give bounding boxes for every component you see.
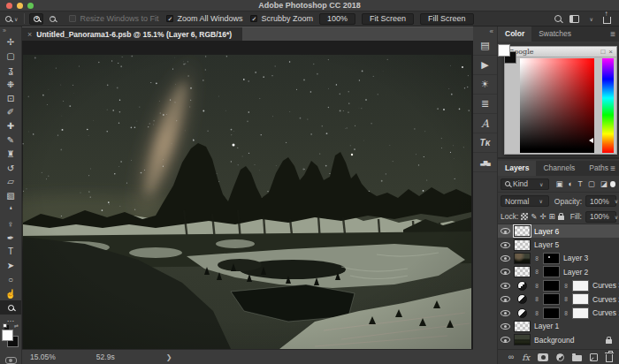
- curves-adjustment-icon[interactable]: [517, 294, 527, 304]
- fill-field[interactable]: 100% ∨: [585, 211, 616, 223]
- tool-preset-chevron-icon[interactable]: ∨: [14, 16, 18, 22]
- lock-position-icon[interactable]: ✢: [539, 212, 546, 221]
- blend-mode-dropdown[interactable]: Normal ∨: [501, 195, 549, 207]
- visibility-eye-icon[interactable]: [501, 269, 510, 275]
- shape-tool[interactable]: ○: [0, 273, 21, 287]
- filter-pixel-layers-icon[interactable]: ▣: [555, 179, 562, 188]
- type-tool[interactable]: T: [0, 245, 21, 259]
- quick-mask-button[interactable]: [5, 357, 17, 364]
- lock-artboard-icon[interactable]: ⊞: [549, 212, 555, 221]
- layer-name[interactable]: Layer 1: [534, 322, 559, 330]
- visibility-eye-icon[interactable]: [501, 323, 510, 330]
- layer-mask-thumbnail[interactable]: [543, 293, 560, 305]
- overlay-maximize-icon[interactable]: □: [600, 48, 605, 56]
- status-chevron-icon[interactable]: ❯: [166, 353, 172, 361]
- layer-thumbnail[interactable]: [514, 253, 531, 264]
- layer-effects-icon[interactable]: fx: [522, 353, 530, 362]
- mask-link-icon[interactable]: ∞: [533, 269, 541, 275]
- layer-mask-thumbnail[interactable]: [543, 253, 560, 264]
- layer-name[interactable]: Curves 2: [592, 295, 619, 304]
- curves-adjustment-icon[interactable]: [517, 281, 527, 291]
- lock-all-icon[interactable]: [558, 216, 564, 220]
- new-group-icon[interactable]: [572, 355, 582, 361]
- new-layer-icon[interactable]: [590, 353, 598, 361]
- visibility-eye-icon[interactable]: [501, 228, 510, 234]
- quick-selection-tool[interactable]: ❉: [0, 77, 21, 91]
- layer-thumbnail[interactable]: [514, 266, 531, 277]
- opacity-field[interactable]: 100% ∨: [585, 195, 616, 207]
- adjustments-panel-icon[interactable]: ☀: [473, 75, 497, 95]
- fit-screen-button[interactable]: Fit Screen: [362, 13, 414, 25]
- overlay-close-icon[interactable]: ×: [608, 48, 613, 56]
- layer-row[interactable]: Background: [498, 333, 619, 346]
- tab-swatches[interactable]: Swatches: [531, 27, 578, 42]
- overlay-window-titlebar[interactable]: Google □ ×: [505, 47, 616, 57]
- layer-name[interactable]: Layer 2: [563, 268, 588, 277]
- checkbox-box[interactable]: ✓: [250, 15, 257, 22]
- curves-adjustment-icon[interactable]: [517, 308, 527, 318]
- libraries-panel-icon[interactable]: ≣: [473, 95, 497, 114]
- collapse-panels-button[interactable]: «: [473, 27, 497, 36]
- second-mask-thumbnail[interactable]: [572, 293, 589, 305]
- mask-link-icon[interactable]: ∞: [562, 283, 570, 288]
- filter-toggle[interactable]: [610, 181, 615, 187]
- filter-adjustment-layers-icon[interactable]: ◐: [568, 179, 572, 188]
- eraser-tool[interactable]: ▱: [0, 175, 21, 189]
- mask-link-icon[interactable]: ∞: [562, 297, 570, 302]
- saturation-brightness-field[interactable]: [520, 58, 594, 153]
- zoom-out-button[interactable]: [45, 13, 59, 25]
- tab-channels[interactable]: Channels: [536, 161, 582, 176]
- visibility-eye-icon[interactable]: [501, 283, 510, 289]
- visibility-eye-icon[interactable]: [501, 242, 510, 248]
- layer-mask-thumbnail[interactable]: [543, 307, 560, 319]
- filter-shape-layers-icon[interactable]: ▢: [588, 179, 595, 188]
- 100--button[interactable]: 100%: [319, 13, 355, 25]
- crop-tool[interactable]: ⊡: [0, 91, 21, 105]
- visibility-eye-icon[interactable]: [501, 255, 510, 262]
- marquee-tool[interactable]: ▢: [0, 49, 21, 64]
- layer-name[interactable]: Layer 5: [534, 240, 559, 249]
- layer-thumbnail[interactable]: [514, 225, 531, 237]
- filter-type-layers-icon[interactable]: T: [578, 179, 583, 188]
- lock-transparency-icon[interactable]: [521, 213, 528, 220]
- layer-thumbnail[interactable]: [514, 321, 531, 332]
- layer-thumbnail[interactable]: [514, 239, 531, 251]
- layer-row[interactable]: ∞Layer 2: [498, 265, 619, 278]
- tab-color[interactable]: Color: [498, 27, 531, 42]
- layer-name[interactable]: Background: [534, 336, 574, 345]
- zoom-level-field[interactable]: 15.05%: [30, 353, 56, 361]
- hue-slider[interactable]: [602, 58, 614, 153]
- swap-colors-icon[interactable]: ⇄: [14, 322, 19, 329]
- panel-foreground-color-swatch[interactable]: [498, 44, 510, 57]
- filter-smart-objects-icon[interactable]: ◪: [600, 179, 608, 188]
- overlay-window[interactable]: Google □ ×: [504, 46, 617, 155]
- expand-toolbar-button[interactable]: »: [0, 27, 21, 35]
- delete-layer-icon[interactable]: [606, 354, 613, 362]
- link-layers-icon[interactable]: ∞: [508, 353, 514, 361]
- history-brush-tool[interactable]: ↺: [0, 161, 21, 175]
- tab-layers[interactable]: Layers: [498, 161, 536, 176]
- close-window-button[interactable]: [6, 3, 12, 9]
- lasso-tool[interactable]: ʓ: [0, 64, 21, 78]
- visibility-eye-icon[interactable]: [501, 337, 510, 343]
- fill-screen-button[interactable]: Fill Screen: [420, 13, 474, 25]
- histogram-panel-icon[interactable]: ▃▆▄: [473, 153, 497, 172]
- move-tool[interactable]: ✢: [0, 35, 21, 49]
- layer-row[interactable]: ∞∞Curves 2: [498, 292, 619, 306]
- checkbox-scrubby-zoom[interactable]: ✓Scrubby Zoom: [250, 14, 313, 23]
- canvas[interactable]: [22, 41, 473, 349]
- brush-tool[interactable]: ✎: [0, 133, 21, 148]
- checkbox-zoom-all-windows[interactable]: ✓Zoom All Windows: [166, 14, 242, 23]
- pen-tool[interactable]: ✒: [0, 231, 21, 245]
- visibility-eye-icon[interactable]: [501, 310, 510, 316]
- document-tab[interactable]: × Untitled_Panorama1-6.psb @ 15.1% (Laye…: [22, 27, 242, 42]
- eyedropper-tool[interactable]: ✐: [0, 105, 21, 119]
- mask-link-icon[interactable]: ∞: [533, 297, 541, 302]
- zoom-tool[interactable]: [0, 300, 21, 315]
- mask-link-icon[interactable]: ∞: [533, 283, 541, 288]
- new-adjustment-layer-icon[interactable]: [556, 353, 564, 361]
- clone-stamp-tool[interactable]: ♜: [0, 147, 21, 161]
- actions-panel-icon[interactable]: ▶: [473, 56, 497, 75]
- minimize-window-button[interactable]: [17, 3, 23, 9]
- layer-name[interactable]: Layer 6: [534, 227, 559, 236]
